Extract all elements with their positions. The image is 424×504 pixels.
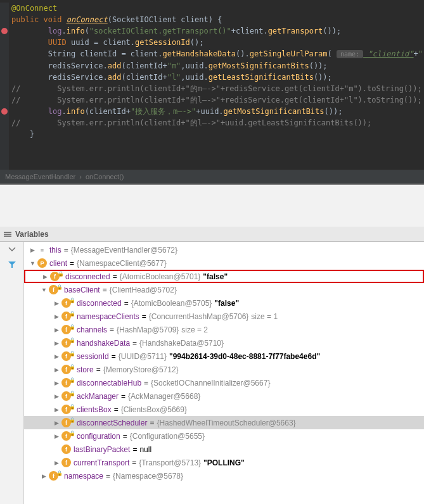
tree-row-this[interactable]: ▶≡this = {MessageEventHandler@5672}	[24, 243, 424, 256]
code-line: }	[0, 129, 424, 140]
variables-icon	[4, 232, 11, 237]
eq: =	[64, 246, 68, 255]
expand-toggle[interactable]: ▶	[53, 313, 60, 320]
var-type: {AtomicBoolean@5705}	[131, 299, 212, 308]
expand-toggle[interactable]: ▶	[41, 472, 48, 479]
expand-toggle[interactable]: ▶	[53, 326, 60, 333]
lock-icon: 🔒	[69, 324, 75, 330]
eq: =	[112, 352, 116, 361]
tree-row-disconnected[interactable]: ▶f🔒disconnected = {AtomicBoolean@5701} "…	[24, 270, 424, 283]
var: log	[11, 27, 61, 35]
kw: public void	[11, 15, 67, 24]
code-line-comment: // System.err.println(clientId+"的l—->"+u…	[0, 117, 424, 129]
expand-toggle[interactable]: ▶	[53, 393, 60, 400]
collapse-toggle[interactable]: ▼	[41, 286, 48, 293]
expand-toggle[interactable]: ▶	[53, 432, 60, 439]
tree-row-client[interactable]: ▼Pclient = {NamespaceClient@5677}	[24, 256, 424, 270]
var-type: {AtomicBoolean@5701}	[120, 272, 201, 281]
eq: =	[132, 445, 137, 454]
debug-panel: ▶≡this = {MessageEventHandler@5672} ▼Pcl…	[0, 242, 424, 504]
tree-row-namespace[interactable]: ▶f🔒namespace = {Namespace@5678}	[24, 469, 424, 482]
string: ""	[418, 49, 424, 58]
txt: ());	[324, 107, 343, 116]
expand-toggle[interactable]: ▶	[53, 459, 60, 466]
expand-toggle[interactable]: ▶	[53, 406, 60, 413]
breakpoint-icon[interactable]	[1, 28, 8, 34]
var-name: namespaceClients	[77, 312, 139, 321]
eq: =	[132, 458, 136, 467]
txt: (clientId+	[121, 61, 167, 70]
txt: ());	[323, 27, 341, 35]
tree-row[interactable]: flastBinaryPacket = null	[24, 443, 424, 456]
expand-toggle[interactable]: ▶	[53, 353, 60, 360]
sp	[11, 38, 48, 47]
code-line: @OnConnect	[0, 3, 424, 14]
expand-toggle[interactable]: ▶	[53, 299, 60, 306]
tree-row-disconnectscheduler[interactable]: ▶f🔒disconnectScheduler = {HashedWheelTim…	[24, 416, 424, 429]
txt: redisService.	[11, 61, 108, 70]
tree-row-baseclient[interactable]: ▼f🔒baseClient = {ClientHead@5702}	[24, 283, 424, 296]
tree-row[interactable]: ▶f🔒clientsBox = {ClientsBox@5669}	[24, 403, 424, 416]
tree-row[interactable]: ▶f🔒handshakeData = {HandshakeData@5710}	[24, 336, 424, 350]
var-type: {HandshakeData@5710}	[139, 339, 224, 348]
var-value: "994b2614-39d0-48ec-8881-7f77fabe4e6d"	[169, 352, 320, 361]
eq: =	[114, 405, 119, 414]
var-name: currentTransport	[74, 458, 129, 467]
tree-row[interactable]: ▶f🔒configuration = {Configuration@5655}	[24, 429, 424, 443]
field-badge: f	[61, 458, 71, 467]
param-badge: P	[37, 258, 47, 268]
tree-row-sessionid[interactable]: ▶f🔒sessionId = {UUID@5711} "994b2614-39d…	[24, 350, 424, 363]
tree-row[interactable]: ▶f🔒namespaceClients = {ConcurrentHashMap…	[24, 310, 424, 323]
tree-row[interactable]: ▶f🔒channels = {HashMap@5709} size = 2	[24, 323, 424, 336]
method: info	[67, 27, 85, 35]
var-value: "false"	[214, 299, 239, 308]
eq: =	[70, 259, 74, 268]
eq: =	[96, 365, 101, 374]
code-editor[interactable]: @OnConnect public void onConnect(SocketI…	[0, 0, 424, 170]
tree-row[interactable]: ▶f🔒store = {MemoryStore@5712}	[24, 363, 424, 376]
method: getTransport	[268, 27, 323, 35]
var-name: disconnected	[65, 272, 110, 281]
lock-icon: 🔒	[69, 431, 75, 436]
tree-row[interactable]: ▶f🔒ackManager = {AckManager@5668}	[24, 389, 424, 403]
expand-toggle[interactable]: ▶	[53, 366, 60, 373]
expand-toggle[interactable]: ▶	[53, 419, 60, 426]
eq: =	[103, 286, 107, 294]
txt: (clientId+	[85, 107, 131, 116]
lock-icon: 🔒	[56, 284, 63, 290]
expand-icon[interactable]	[7, 244, 17, 255]
tree-row[interactable]: ▶f🔒disconnectableHub = {SocketIOChannelI…	[24, 376, 424, 389]
tree-row[interactable]: ▶f🔒disconnected = {AtomicBoolean@5705} "…	[24, 296, 424, 310]
var-name: baseClient	[64, 286, 100, 294]
expand-toggle[interactable]: ▶	[53, 339, 60, 346]
collapse-toggle[interactable]: ▼	[29, 260, 36, 267]
var-name: clientsBox	[77, 405, 112, 414]
eq: =	[150, 419, 154, 427]
txt: +	[414, 49, 418, 58]
var-name: namespace	[64, 472, 103, 481]
var-name: handshakeData	[77, 339, 130, 348]
code-line: log.info("socketIOClient.getTransport()"…	[0, 25, 424, 37]
method: getMostSignificantBits	[224, 107, 324, 116]
method: info	[67, 107, 85, 116]
txt: +uuid.	[196, 107, 223, 116]
txt: ,uuid.	[181, 73, 208, 82]
filter-icon[interactable]	[7, 260, 17, 270]
lock-icon: 🔒	[69, 404, 75, 410]
expand-toggle[interactable]: ▶	[42, 273, 49, 280]
txt: +client.	[231, 27, 268, 35]
tree-row[interactable]: ▶fcurrentTransport = {Transport@5713} "P…	[24, 456, 424, 469]
expand-toggle[interactable]: ▶	[29, 246, 36, 253]
breadcrumb-method[interactable]: onConnect()	[86, 173, 124, 180]
var-type: {AckManager@5668}	[128, 392, 200, 401]
lock-icon: 🔒	[69, 337, 75, 343]
breakpoint-icon[interactable]	[1, 108, 8, 115]
variables-tree[interactable]: ▶≡this = {MessageEventHandler@5672} ▼Pcl…	[24, 242, 424, 504]
breadcrumb[interactable]: MessageEventHandler › onConnect()	[0, 170, 424, 184]
divider	[0, 184, 424, 227]
panel-title: Variables	[15, 230, 49, 239]
var-name: this	[49, 246, 61, 255]
expand-toggle[interactable]: ▶	[53, 379, 60, 386]
breadcrumb-class[interactable]: MessageEventHandler	[5, 173, 75, 180]
lock-icon: 🔒	[69, 311, 75, 317]
